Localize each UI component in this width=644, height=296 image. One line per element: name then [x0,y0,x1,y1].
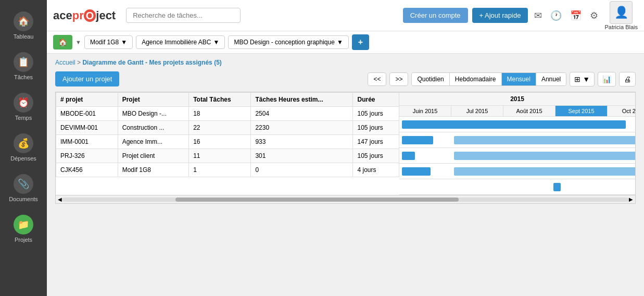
month-aout: Août 2015 [503,106,555,116]
month-juin: Juin 2015 [399,106,451,116]
main-content: aceprOject Créer un compte + Ajout rapid… [47,0,644,296]
gantt-row-0 [399,117,635,132]
cell-hours: 301 [251,149,353,163]
cell-id: MBODE-001 [56,107,118,121]
calendar-icon[interactable]: 📅 [568,8,584,23]
topbar-right: Créer un compte + Ajout rapide ✉ 🕐 📅 ⚙ 👤… [403,1,638,30]
gantt-bar-4 [553,183,561,191]
cell-id: PRJ-326 [56,149,118,163]
gantt-toolbar: Ajouter un projet << >> Quotidien Hebdom… [55,71,636,87]
breadcrumb-current[interactable]: Diagramme de Gantt - Mes projets assigné… [82,59,221,66]
dropdown-modif-label: Modif 1G8 [90,39,119,46]
home-button[interactable]: 🏠 [53,35,72,50]
gantt-row-2 [399,148,635,164]
month-oct: Oct 2015 [608,106,635,116]
dropdown-mbo[interactable]: MBO Design - conception graphique ▼ [228,35,348,49]
cell-hours: 2504 [251,107,353,121]
col-hours: Tâches Heures estim... [251,93,353,107]
view-annuel[interactable]: Annuel [536,73,566,85]
settings-icon[interactable]: ⚙ [588,8,600,23]
nav-next-button[interactable]: >> [389,72,408,86]
mail-icon[interactable]: ✉ [532,8,544,23]
cell-duration: 147 jours [353,135,399,149]
scroll-right-icon[interactable]: ▶ [629,196,633,202]
info-table: # projet Projet Total Tâches Tâches Heur… [56,92,399,177]
table-row[interactable]: IMM-0001 Agence Imm... 16 933 147 jours [56,135,399,149]
avatar: 👤 [610,1,633,24]
cell-tasks: 16 [189,135,251,149]
cell-project: Construction ... [118,121,188,135]
sidebar-item-label: Documents [9,196,38,202]
month-headers: Juin 2015 Jul 2015 Août 2015 Sept 2015 O… [399,106,635,117]
nav-prev-button[interactable]: << [368,72,386,86]
cell-duration: 105 jours [353,149,399,163]
gantt-bars-area [399,117,635,195]
sidebar: 🏠 Tableau 📋 Tâches ⏰ Temps 💰 Dépenses 📎 … [0,0,47,296]
month-jul: Jul 2015 [451,106,503,116]
breadcrumb-home[interactable]: Accueil [55,59,75,66]
gantt-bar-3-small [402,167,431,176]
cell-id: CJK456 [56,163,118,177]
cell-hours: 933 [251,135,353,149]
breadcrumb-separator: > [77,59,82,66]
table-row[interactable]: MBODE-001 MBO Design -... 18 2504 105 jo… [56,107,399,121]
depenses-icon: 💰 [14,133,33,153]
sidebar-item-tableau[interactable]: 🏠 Tableau [0,5,47,46]
sidebar-item-label: Temps [15,115,32,121]
cell-project: MBO Design -... [118,107,188,121]
projets-icon: 📁 [14,215,33,235]
dropdown-agence[interactable]: Agence Immobilière ABC ▼ [136,35,225,49]
cell-id: DEVIMM-001 [56,121,118,135]
topbar: aceprOject Créer un compte + Ajout rapid… [47,0,644,31]
col-duration: Durée [353,93,399,107]
dropdown-modif[interactable]: Modif 1G8 ▼ [84,35,133,49]
table-row[interactable]: DEVIMM-001 Construction ... 22 2230 105 … [56,121,399,135]
view-quotidien[interactable]: Quotidien [412,73,449,85]
sidebar-item-temps[interactable]: ⏰ Temps [0,87,47,127]
cell-tasks: 18 [189,107,251,121]
search-input[interactable] [126,8,241,23]
sidebar-item-documents[interactable]: 📎 Documents [0,168,47,208]
home-dropdown-arrow[interactable]: ▼ [75,39,81,45]
temps-icon: ⏰ [14,93,33,113]
table-row[interactable]: CJK456 Modif 1G8 1 0 4 jours [56,163,399,177]
ajout-rapide-button[interactable]: + Ajout rapide [472,8,528,23]
gantt-bar-1-main [454,136,635,144]
col-id: # projet [56,93,118,107]
gantt-bar-0 [402,120,626,129]
create-account-button[interactable]: Créer un compte [403,8,468,23]
chevron-down-icon: ▼ [213,39,220,46]
tableau-icon: 🏠 [14,11,33,31]
sidebar-item-taches[interactable]: 📋 Tâches [0,46,47,87]
gantt-row-1 [399,132,635,148]
scrollbar-thumb[interactable] [175,198,459,202]
chevron-down-icon: ▼ [337,39,343,46]
secondary-toolbar: 🏠 ▼ Modif 1G8 ▼ Agence Immobilière ABC ▼… [47,31,644,54]
col-project: Projet [118,93,188,107]
view-hebdomadaire[interactable]: Hebdomadaire [450,73,502,85]
view-mensuel[interactable]: Mensuel [502,73,536,85]
grid-icon-button[interactable]: ⊞ ▼ [570,72,595,87]
gantt-row-3 [399,164,635,179]
scrollbar[interactable]: ◀ ▶ [56,195,635,203]
scrollbar-track [62,198,629,202]
gantt-bar-2-small [402,152,415,160]
sidebar-item-label: Tâches [14,74,33,80]
taches-icon: 📋 [14,52,33,72]
add-button[interactable]: + [352,34,369,50]
cell-hours: 2230 [251,121,353,135]
dropdown-agence-label: Agence Immobilière ABC [142,39,211,46]
cell-id: IMM-0001 [56,135,118,149]
clock-icon[interactable]: 🕐 [548,8,564,23]
sidebar-item-depenses[interactable]: 💰 Dépenses [0,127,47,168]
gantt-bar-1-small [402,136,433,144]
table-row[interactable]: PRJ-326 Projet client 11 301 105 jours [56,149,399,163]
chart-icon-button[interactable]: 📊 [598,72,616,87]
print-icon-button[interactable]: 🖨 [619,72,636,87]
add-project-button[interactable]: Ajouter un projet [55,71,119,87]
cell-tasks: 11 [189,149,251,163]
breadcrumb: Accueil > Diagramme de Gantt - Mes proje… [55,59,636,66]
cell-tasks: 22 [189,121,251,135]
sidebar-item-projets[interactable]: 📁 Projets [0,208,47,249]
scroll-left-icon[interactable]: ◀ [58,196,62,202]
